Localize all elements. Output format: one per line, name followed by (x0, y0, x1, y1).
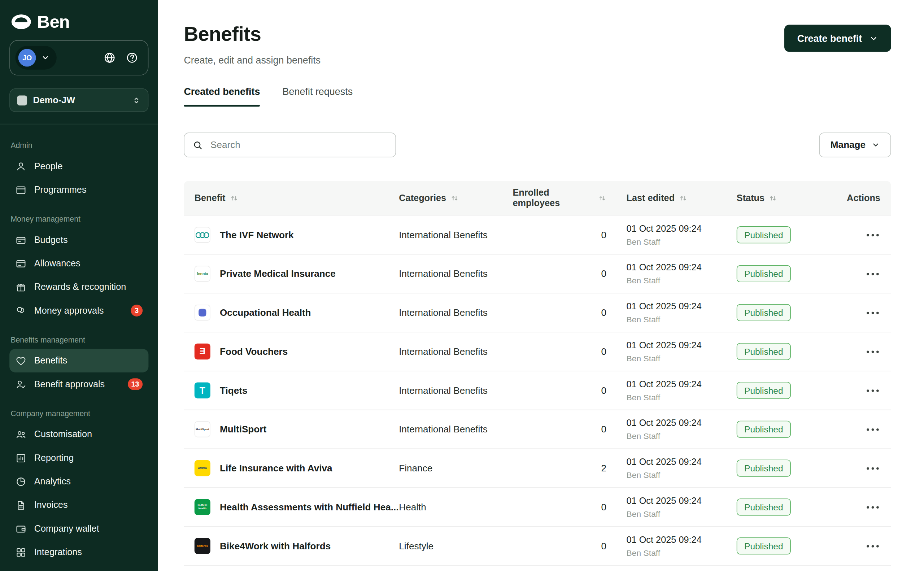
status-cell: Published (737, 421, 847, 438)
column-header-last-edited[interactable]: Last edited (626, 193, 737, 203)
actions-cell (847, 463, 891, 473)
benefit-cell: fenniaPrivate Medical Insurance (184, 265, 399, 281)
table-row[interactable]: MultiSportMultiSportInternational Benefi… (184, 410, 891, 449)
status-badge: Published (737, 498, 791, 515)
column-header-categories[interactable]: Categories (399, 193, 512, 203)
notification-badge: 13 (128, 378, 143, 390)
ben-logo-icon (11, 14, 32, 30)
row-actions-button[interactable] (865, 230, 880, 240)
sidebar-item-benefit-approvals[interactable]: Benefit approvals13 (9, 372, 148, 396)
sort-icon (450, 193, 459, 202)
table-body: The IVF NetworkInternational Benefits001… (184, 216, 891, 566)
sidebar-item-reporting[interactable]: Reporting (9, 446, 148, 469)
credit-card-icon (15, 258, 26, 269)
actions-cell (847, 424, 891, 435)
gift-icon (15, 281, 26, 293)
row-actions-button[interactable] (865, 269, 880, 279)
row-actions-button[interactable] (865, 385, 880, 396)
table-row[interactable]: halfordsBike4Work with HalfordsLifestyle… (184, 527, 891, 566)
benefit-logo: halfords (194, 538, 210, 554)
last-edited-date: 01 Oct 2025 09:24 (626, 457, 737, 467)
table-row[interactable]: AVIVALife Insurance with AvivaFinance201… (184, 449, 891, 488)
benefit-category: Finance (399, 463, 512, 473)
tab-benefit-requests[interactable]: Benefit requests (282, 86, 353, 106)
sidebar-item-money-approvals[interactable]: Money approvals3 (9, 299, 148, 322)
actions-cell (847, 346, 891, 356)
user-menu[interactable]: JO (15, 46, 56, 69)
sidebar-item-benefits[interactable]: Benefits (9, 349, 148, 372)
last-edited-date: 01 Oct 2025 09:24 (626, 224, 737, 234)
tab-created-benefits[interactable]: Created benefits (184, 86, 260, 106)
globe-icon[interactable] (103, 51, 116, 64)
ellipsis-icon (866, 466, 879, 470)
benefit-cell: halfordsBike4Work with Halfords (184, 538, 399, 554)
last-edited-cell: 01 Oct 2025 09:24Ben Staff (626, 301, 737, 324)
sidebar-item-allowances[interactable]: Allowances (9, 252, 148, 275)
column-header-enrolled-employees[interactable]: Enrolled employees (512, 187, 626, 208)
status-cell: Published (737, 537, 847, 554)
row-actions-button[interactable] (865, 307, 880, 318)
last-edited-by: Ben Staff (626, 431, 737, 441)
workspace-selector[interactable]: Demo-JW (9, 88, 148, 112)
sidebar-nav: AdminPeopleProgrammesMoney managementBud… (0, 124, 158, 571)
last-edited-cell: 01 Oct 2025 09:24Ben Staff (626, 224, 737, 247)
row-actions-button[interactable] (865, 541, 880, 551)
sidebar-item-label: Allowances (34, 258, 80, 269)
wallet-card-icon (15, 523, 26, 534)
row-actions-button[interactable] (865, 346, 880, 356)
sidebar-item-label: Benefits (34, 355, 67, 366)
benefit-logo: Nuffield Health (194, 499, 210, 515)
table-row[interactable]: Nuffield HealthHealth Assessments with N… (184, 488, 891, 527)
create-benefit-label: Create benefit (797, 33, 862, 44)
enrolled-count: 0 (512, 346, 626, 356)
last-edited-date: 01 Oct 2025 09:24 (626, 262, 737, 273)
actions-cell (847, 541, 891, 551)
benefit-cell: MultiSportMultiSport (184, 421, 399, 437)
row-actions-button[interactable] (865, 424, 880, 435)
avatar: JO (19, 49, 36, 67)
sidebar-item-programmes[interactable]: Programmes (9, 178, 148, 201)
table-row[interactable]: ƎFood VouchersInternational Benefits001 … (184, 332, 891, 371)
benefit-name: Tiqets (220, 385, 247, 396)
column-header-status[interactable]: Status (737, 193, 847, 203)
sidebar-item-rewards-recognition[interactable]: Rewards & recognition (9, 275, 148, 298)
sidebar-item-invoices[interactable]: Invoices (9, 494, 148, 517)
column-label: Enrolled employees (512, 187, 594, 208)
last-edited-by: Ben Staff (626, 354, 737, 363)
chevron-down-icon (871, 141, 879, 149)
sidebar-item-budgets[interactable]: Budgets (9, 228, 148, 252)
last-edited-date: 01 Oct 2025 09:24 (626, 534, 737, 545)
create-benefit-button[interactable]: Create benefit (784, 25, 891, 52)
benefit-cell: Occupational Health (184, 305, 399, 321)
sidebar: Ben JO Demo-JW AdminPeopleProgrammesMon (0, 0, 158, 571)
row-actions-button[interactable] (865, 463, 880, 473)
sidebar-item-customisation[interactable]: Customisation (9, 423, 148, 446)
status-badge: Published (737, 460, 791, 477)
sidebar-item-analytics[interactable]: Analytics (9, 469, 148, 493)
sidebar-item-label: Company wallet (34, 523, 99, 534)
sidebar-item-integrations[interactable]: Integrations (9, 540, 148, 564)
coins-icon (15, 305, 26, 316)
table-row[interactable]: TTiqetsInternational Benefits001 Oct 202… (184, 371, 891, 411)
benefit-name: Health Assessments with Nuffield Hea... (220, 502, 398, 512)
last-edited-by: Ben Staff (626, 470, 737, 480)
table-row[interactable]: Occupational HealthInternational Benefit… (184, 293, 891, 332)
heart-icon (15, 355, 26, 366)
benefit-category: International Benefits (399, 269, 512, 279)
last-edited-cell: 01 Oct 2025 09:24Ben Staff (626, 457, 737, 480)
table-row[interactable]: fenniaPrivate Medical InsuranceInternati… (184, 255, 891, 293)
document-icon (15, 500, 26, 511)
row-actions-button[interactable] (865, 502, 880, 512)
status-badge: Published (737, 265, 791, 282)
sidebar-item-company-wallet[interactable]: Company wallet (9, 517, 148, 540)
status-cell: Published (737, 226, 847, 243)
sidebar-item-people[interactable]: People (9, 154, 148, 178)
sidebar-item-label: Rewards & recognition (34, 281, 126, 292)
search-input[interactable] (209, 139, 387, 151)
help-icon[interactable] (126, 51, 139, 64)
column-header-benefit[interactable]: Benefit (184, 193, 399, 203)
table-row[interactable]: The IVF NetworkInternational Benefits001… (184, 216, 891, 255)
manage-button[interactable]: Manage (819, 133, 891, 157)
column-header-actions: Actions (847, 193, 891, 203)
table-header: BenefitCategoriesEnrolled employeesLast … (184, 181, 891, 216)
